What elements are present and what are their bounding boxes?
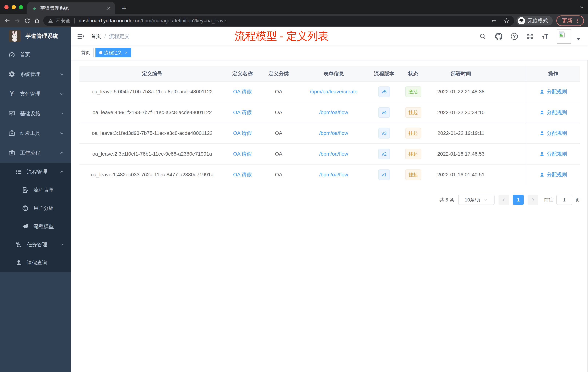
status-badge: 挂起 xyxy=(405,128,421,139)
incognito-icon xyxy=(518,17,525,24)
sidebar-item-研发工具[interactable]: 研发工具 xyxy=(0,123,71,143)
form-link-cell: /bpm/oa/leave/create xyxy=(297,82,370,102)
column-header: 表单信息 xyxy=(297,66,370,81)
chevron-down-icon xyxy=(59,72,64,77)
definition-name-link[interactable]: OA 请假 xyxy=(233,130,252,137)
form-link[interactable]: /bpm/oa/flow xyxy=(319,109,348,115)
table-header-filler xyxy=(494,66,526,81)
url-bar[interactable]: 不安全 dashboard.yudao.iocoder.cn/bpm/manag… xyxy=(43,16,514,26)
sidebar-item-label: 请假查询 xyxy=(27,259,47,266)
chevron-down-icon xyxy=(484,198,488,202)
sidebar-item-用户分组[interactable]: 用户分组 xyxy=(0,199,71,217)
sidebar-item-请假查询[interactable]: 请假查询 xyxy=(0,254,71,272)
tag-process-definition[interactable]: 流程定义 × xyxy=(95,48,131,57)
font-size-icon[interactable]: тT xyxy=(542,33,548,40)
back-icon[interactable] xyxy=(2,16,12,26)
sidebar-item-支付管理[interactable]: ¥支付管理 xyxy=(0,84,71,104)
browser-tab[interactable]: 芋道管理系统 × xyxy=(27,2,115,14)
assign-rule-link[interactable]: 分配规则 xyxy=(539,88,567,95)
reload-icon[interactable] xyxy=(22,16,32,26)
browser-update-button[interactable]: 更新 xyxy=(556,15,584,26)
security-status[interactable]: 不安全 xyxy=(48,17,70,24)
url-domain: dashboard.yudao.iocoder.cn xyxy=(79,18,140,23)
definition-name-link[interactable]: OA 请假 xyxy=(233,171,252,178)
fullscreen-icon[interactable] xyxy=(526,33,534,40)
sidebar-item-label: 研发工具 xyxy=(20,130,40,137)
form-link-cell: /bpm/oa/flow xyxy=(297,123,370,143)
form-link[interactable]: /bpm/oa/flow xyxy=(319,130,348,136)
tag-close-icon[interactable]: × xyxy=(125,50,127,55)
assign-rule-link[interactable]: 分配规则 xyxy=(539,130,567,137)
status-badge: 激活 xyxy=(405,87,421,97)
page-size-select[interactable]: 10条/页 xyxy=(458,195,494,205)
prev-page-button[interactable] xyxy=(499,195,509,205)
definition-category: OA xyxy=(275,172,282,178)
star-icon[interactable] xyxy=(504,18,509,24)
caret-down-icon[interactable] xyxy=(576,38,580,40)
assign-rule-link[interactable]: 分配规则 xyxy=(539,171,567,178)
key-icon[interactable] xyxy=(491,18,497,24)
status-badge-cell: 挂起 xyxy=(398,164,428,185)
sidebar-item-流程表单[interactable]: 流程表单 xyxy=(0,181,71,199)
chevron-right-icon xyxy=(531,198,535,202)
window-minimize-button[interactable] xyxy=(12,5,16,9)
page-number-button[interactable]: 1 xyxy=(513,195,524,205)
form-link[interactable]: /bpm/oa/flow xyxy=(319,172,348,178)
tab-search-icon[interactable] xyxy=(579,5,584,10)
logo-avatar xyxy=(9,30,21,42)
assign-rule-link[interactable]: 分配规则 xyxy=(539,109,567,116)
app-title: 芋道管理系统 xyxy=(25,33,58,40)
sidebar-item-基础设施[interactable]: 基础设施 xyxy=(0,104,71,123)
definition-id: oa_leave:4:991f2193-7b7f-11ec-a3c8-acde4… xyxy=(93,109,212,115)
tag-home[interactable]: 首页 xyxy=(78,48,94,57)
assign-rule-link-cell: 分配规则 xyxy=(526,123,580,143)
status-badge-cell: 激活 xyxy=(398,82,428,102)
url-path: /bpm/manager/definition?key=oa_leave xyxy=(140,18,226,23)
sidebar-item-首页[interactable]: 首页 xyxy=(0,45,71,65)
definition-category: OA xyxy=(275,130,282,136)
definition-name-link[interactable]: OA 请假 xyxy=(233,151,252,157)
sidebar-logo[interactable]: 芋道管理系统 xyxy=(0,27,71,45)
incognito-label: 无痕模式 xyxy=(528,17,548,24)
version-badge: v1 xyxy=(378,169,390,180)
definition-name-link[interactable]: OA 请假 xyxy=(233,109,252,116)
status-badge: 挂起 xyxy=(405,107,421,118)
list-icon xyxy=(15,168,22,175)
form-link[interactable]: /bpm/oa/flow xyxy=(319,151,348,157)
tab-close-icon[interactable]: × xyxy=(107,5,111,11)
paper-plane-icon xyxy=(22,223,29,230)
definition-name-link[interactable]: OA 请假 xyxy=(233,88,252,95)
version-badge-cell: v2 xyxy=(370,144,398,164)
next-page-button[interactable] xyxy=(528,195,538,205)
search-icon[interactable] xyxy=(479,33,487,40)
forward-icon[interactable] xyxy=(12,16,22,26)
warning-icon xyxy=(48,18,53,23)
new-tab-button[interactable]: + xyxy=(118,2,129,13)
definition-id: oa_leave:2:3c1f0ef1-76b1-11ec-9c66-a2380… xyxy=(92,151,212,157)
help-icon[interactable]: ? xyxy=(511,33,518,40)
chevron-down-icon xyxy=(59,91,64,97)
sidebar-item-任务管理[interactable]: 任务管理 xyxy=(0,236,71,254)
deploy-time-cell: 2022-01-16 17:46:53 xyxy=(428,144,494,164)
url-text[interactable]: dashboard.yudao.iocoder.cn/bpm/manager/d… xyxy=(79,18,226,24)
sidebar-item-流程管理[interactable]: 流程管理 xyxy=(0,163,71,181)
sidebar-item-工作流程[interactable]: 工作流程 xyxy=(0,143,71,163)
github-icon[interactable] xyxy=(495,33,503,40)
page-size-value: 10条/页 xyxy=(465,197,481,203)
window-zoom-button[interactable] xyxy=(19,5,23,9)
yen-icon: ¥ xyxy=(8,90,15,97)
window-close-button[interactable] xyxy=(4,5,9,9)
form-link[interactable]: /bpm/oa/leave/create xyxy=(310,89,357,95)
goto-page-input[interactable] xyxy=(556,195,572,205)
chevron-down-icon xyxy=(59,131,64,136)
definition-id-cell: oa_leave:4:991f2193-7b7f-11ec-a3c8-acde4… xyxy=(79,102,225,123)
sidebar-item-系统管理[interactable]: 系统管理 xyxy=(0,65,71,84)
hamburger-icon[interactable] xyxy=(77,33,85,40)
pagination-total: 共 5 条 xyxy=(440,197,454,203)
definition-name-link-cell: OA 请假 xyxy=(225,82,260,102)
assign-rule-link[interactable]: 分配规则 xyxy=(539,151,567,157)
home-icon[interactable] xyxy=(32,16,42,26)
sidebar-item-流程模型[interactable]: 流程模型 xyxy=(0,217,71,236)
breadcrumb-home[interactable]: 首页 xyxy=(91,33,101,40)
user-avatar[interactable] xyxy=(557,29,571,44)
